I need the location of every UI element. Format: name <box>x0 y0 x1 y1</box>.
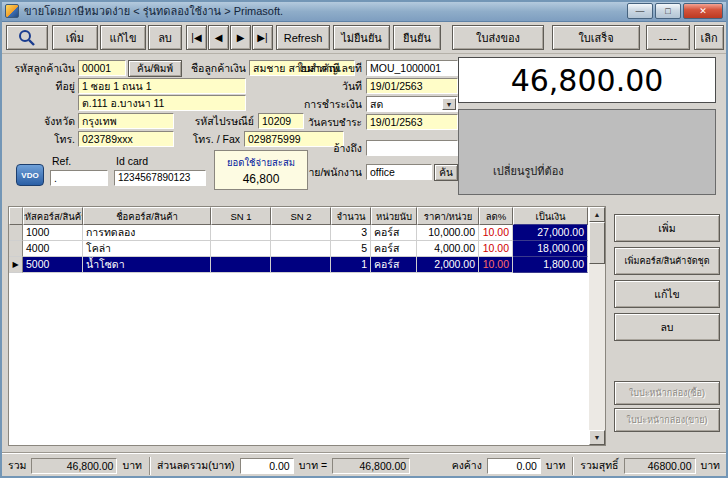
dashes-button[interactable]: ----- <box>646 25 690 50</box>
discount-total-label: ส่วนลดรวม(บาท) <box>157 457 235 474</box>
address-line2-field[interactable]: ต.111 อ.บางนา 11 <box>78 95 246 111</box>
cell-discount[interactable]: 10.00 <box>479 257 513 273</box>
unconfirm-button[interactable]: ไม่ยืนยัน <box>333 25 390 50</box>
postal-code-label: รหัสไปรษณีย์ <box>176 115 254 128</box>
discount-total-field[interactable]: 0.00 <box>240 458 294 474</box>
cell-price[interactable]: 4,000.00 <box>417 241 479 257</box>
add-record-button[interactable]: เพิ่ม <box>52 25 98 50</box>
customer-code-field[interactable]: 00001 <box>78 60 126 76</box>
salesperson-search-button[interactable]: ค้น <box>434 164 458 181</box>
exit-button[interactable]: เลิก <box>694 25 724 50</box>
chevron-down-icon[interactable]: ▼ <box>442 98 456 110</box>
status-bar: รวม 46,800.00 บาท ส่วนลดรวม(บาท) 0.00 บา… <box>0 452 728 478</box>
outstanding-field[interactable]: 0.00 <box>487 458 541 474</box>
cell-sn1[interactable] <box>211 257 271 273</box>
table-scrollbar[interactable]: ▲ ▼ <box>589 207 605 445</box>
nav-first-icon[interactable]: |◀ <box>186 25 207 50</box>
cell-sn2[interactable] <box>271 257 331 273</box>
grand-total-label: รวมสุทธิ์ <box>580 457 618 474</box>
table-row-selected[interactable]: ▶ 5000 น้ำโซดา 1 คอร์ส 2,000.00 10.00 1,… <box>9 257 605 273</box>
cell-code[interactable]: 1000 <box>23 225 83 241</box>
cell-price[interactable]: 2,000.00 <box>417 257 479 273</box>
refresh-button[interactable]: Refresh <box>276 25 330 50</box>
col-header-amount[interactable]: เป็นเงิน <box>513 207 588 225</box>
table-row[interactable]: 4000 โคล่า 5 คอร์ส 4,000.00 10.00 18,000… <box>9 241 605 257</box>
doc-no-field[interactable]: MOU_1000001 <box>366 60 458 76</box>
cell-sn1[interactable] <box>211 225 271 241</box>
add-bundle-button[interactable]: เพิ่มคอร์ส/สินค้าจัดชุด <box>614 247 720 275</box>
cell-qty[interactable]: 5 <box>331 241 371 257</box>
address-line1-field[interactable]: 1 ซอย 1 ถนน 1 <box>78 78 246 94</box>
vdo-icon[interactable]: VDO <box>16 164 44 186</box>
col-header-code[interactable]: รหัสคอร์ส/สินค้า <box>23 207 83 225</box>
cell-sn2[interactable] <box>271 241 331 257</box>
cell-name[interactable]: การทดลอง <box>83 225 211 241</box>
edit-record-button[interactable]: แก้ไข <box>100 25 146 50</box>
row-selector-arrow-icon[interactable]: ▶ <box>9 257 23 273</box>
col-header-unit[interactable]: หน่วยนับ <box>371 207 417 225</box>
change-image-hint[interactable]: เปลี่ยนรูปที่ต้อง <box>493 162 564 180</box>
add-item-button[interactable]: เพิ่ม <box>614 214 720 242</box>
payment-method-value: สด <box>370 98 383 110</box>
search-print-button[interactable]: ค้น/พิมพ์ <box>128 60 182 77</box>
cell-amount[interactable]: 27,000.00 <box>513 225 588 241</box>
cell-discount[interactable]: 10.00 <box>479 241 513 257</box>
minimize-icon[interactable]: — <box>627 3 653 19</box>
edit-item-button[interactable]: แก้ไข <box>614 280 720 308</box>
app-icon[interactable] <box>5 4 19 18</box>
due-date-field[interactable]: 19/01/2563 <box>366 114 458 130</box>
cell-code[interactable]: 4000 <box>23 241 83 257</box>
row-selector[interactable] <box>9 225 23 241</box>
nav-prev-icon[interactable]: ◀ <box>208 25 229 50</box>
cell-unit[interactable]: คอร์ส <box>371 257 417 273</box>
cell-amount[interactable]: 1,800.00 <box>513 257 588 273</box>
maximize-icon[interactable]: □ <box>655 3 681 19</box>
row-selector[interactable] <box>9 241 23 257</box>
col-header-discount[interactable]: ลด% <box>479 207 513 225</box>
confirm-button[interactable]: ยืนยัน <box>393 25 441 50</box>
accumulated-spend-panel: ยอดใช้จ่ายสะสม 46,800 <box>214 150 308 190</box>
scroll-down-icon[interactable]: ▼ <box>589 430 605 445</box>
search-button[interactable] <box>6 25 48 50</box>
title-bar[interactable]: ขายโดยภาษีหมวดง่าย < รุ่นทดลองใช้งาน > P… <box>0 0 728 22</box>
idcard-field[interactable]: 1234567890123 <box>114 170 206 186</box>
salesperson-field[interactable]: office <box>366 164 432 180</box>
col-header-sn1[interactable]: SN 1 <box>211 207 271 225</box>
ref-field[interactable]: . <box>50 170 108 186</box>
nav-next-icon[interactable]: ▶ <box>230 25 251 50</box>
date-label: วันที่ <box>284 80 362 93</box>
payment-method-select[interactable]: สด ▼ <box>366 96 458 112</box>
cell-unit[interactable]: คอร์ส <box>371 241 417 257</box>
province-field[interactable]: กรุงเทพ <box>78 113 174 129</box>
cell-amount[interactable]: 18,000.00 <box>513 241 588 257</box>
cell-name[interactable]: น้ำโซดา <box>83 257 211 273</box>
col-header-sn2[interactable]: SN 2 <box>271 207 331 225</box>
col-header-price[interactable]: ราคา/หน่วย <box>417 207 479 225</box>
customer-image-panel[interactable]: เปลี่ยนรูปที่ต้อง <box>458 109 716 195</box>
reference-field[interactable] <box>366 140 458 156</box>
delete-item-button[interactable]: ลบ <box>614 313 720 341</box>
date-field[interactable]: 19/01/2563 <box>366 78 458 94</box>
delivery-note-button[interactable]: ใบส่งของ <box>452 25 544 50</box>
scroll-up-icon[interactable]: ▲ <box>589 207 605 222</box>
scrollbar-thumb[interactable] <box>589 222 605 264</box>
cell-sn1[interactable] <box>211 241 271 257</box>
col-header-name[interactable]: ชื่อคอร์ส/สินค้า <box>83 207 211 225</box>
cell-qty[interactable]: 1 <box>331 257 371 273</box>
cell-price[interactable]: 10,000.00 <box>417 225 479 241</box>
col-header-qty[interactable]: จำนวน <box>331 207 371 225</box>
cell-sn2[interactable] <box>271 225 331 241</box>
cell-unit[interactable]: คอร์ส <box>371 225 417 241</box>
cell-code[interactable]: 5000 <box>23 257 83 273</box>
cell-name[interactable]: โคล่า <box>83 241 211 257</box>
cell-discount[interactable]: 10.00 <box>479 225 513 241</box>
postal-code-field[interactable]: 10209 <box>258 113 304 129</box>
cell-qty[interactable]: 3 <box>331 225 371 241</box>
delete-record-button[interactable]: ลบ <box>148 25 182 50</box>
close-icon[interactable]: ✕ <box>683 3 723 19</box>
table-row[interactable]: 1000 การทดลอง 3 คอร์ส 10,000.00 10.00 27… <box>9 225 605 241</box>
receipt-button[interactable]: ใบเสร็จ <box>552 25 640 50</box>
items-table: รหัสคอร์ส/สินค้า ชื่อคอร์ส/สินค้า SN 1 S… <box>8 206 606 446</box>
nav-last-icon[interactable]: ▶| <box>252 25 273 50</box>
phone-field[interactable]: 023789xxx <box>78 131 174 147</box>
